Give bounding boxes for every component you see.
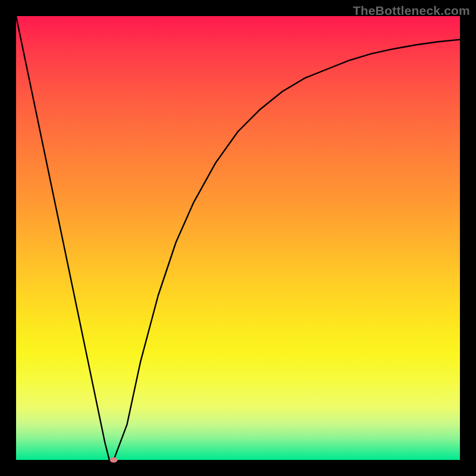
plot-area [16,16,460,460]
chart-frame: TheBottleneck.com [0,0,476,476]
curve-path [16,16,460,460]
bottleneck-curve [16,16,460,460]
minimum-marker [110,458,118,463]
